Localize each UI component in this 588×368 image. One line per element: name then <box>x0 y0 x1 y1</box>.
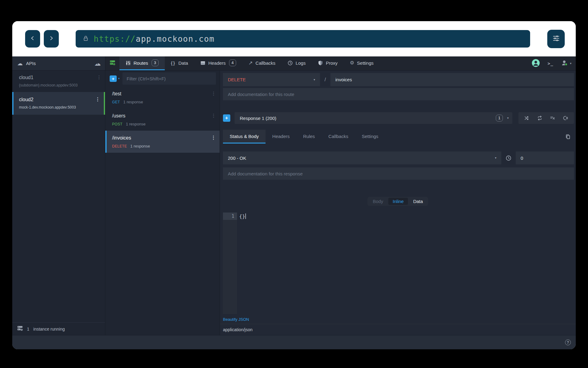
app-body: cloud1 {subdomain}.mockoon.appdev:5003 ⋮… <box>12 71 576 335</box>
tab-logs[interactable]: Logs <box>281 56 312 70</box>
random-response-icon[interactable] <box>524 116 530 121</box>
method-select[interactable]: DELETE ▾ <box>223 73 320 86</box>
response-row: + Response 1 (200) 1 ▾ <box>223 112 574 124</box>
response-select[interactable]: Response 1 (200) 1 ▾ <box>235 112 512 124</box>
kebab-menu-icon[interactable]: ⋮ <box>211 113 216 118</box>
add-route-button[interactable]: + ▾ <box>110 75 120 82</box>
environment-host: {subdomain}.mockoon.appdev:5003 <box>19 83 96 87</box>
chevron-down-icon: ▾ <box>495 156 496 159</box>
tab-data[interactable]: {} Data <box>165 56 194 70</box>
route-item-users[interactable]: /users POST 1 response ⋮ <box>105 109 220 131</box>
browser-settings-button[interactable] <box>547 30 565 48</box>
shield-icon <box>318 60 323 66</box>
tab-rules[interactable]: Rules <box>296 130 322 144</box>
kebab-menu-icon[interactable]: ⋮ <box>97 75 101 79</box>
route-responses: 1 response <box>126 122 145 126</box>
back-button[interactable] <box>25 30 40 48</box>
disable-rules-icon[interactable] <box>550 116 555 121</box>
line-number: 1 <box>223 213 237 220</box>
content-type-value: application/json <box>223 327 253 332</box>
tab-label: Status & Body <box>230 134 259 139</box>
route-documentation-input[interactable] <box>223 88 574 100</box>
routes-sliders-icon <box>126 60 131 66</box>
environment-item-cloud2[interactable]: cloud2 mock-1.dev.mockoon.appdev:5003 ⋮ <box>12 92 105 115</box>
beautify-json-link[interactable]: Beautify JSON <box>223 317 249 322</box>
method-row: DELETE ▾ / <box>223 73 574 86</box>
body-mode-body[interactable]: Body <box>368 198 387 205</box>
user-avatar[interactable] <box>532 59 540 68</box>
fallback-mode-icon[interactable] <box>563 116 568 121</box>
toolbar-right: >_ ▾ <box>532 56 571 70</box>
tab-label: Routes <box>134 60 148 66</box>
route-path-input[interactable] <box>330 73 574 86</box>
chevron-down-icon: ▾ <box>314 78 315 81</box>
response-documentation-input[interactable] <box>223 167 574 180</box>
route-item-test[interactable]: /test GET 1 response ⋮ <box>105 86 220 109</box>
tab-label: Headers <box>208 60 226 66</box>
route-method: GET <box>112 100 120 104</box>
tab-proxy[interactable]: Proxy <box>312 56 344 70</box>
instances-button[interactable] <box>105 56 119 70</box>
editor-code-area[interactable]: {} <box>237 213 574 314</box>
app-header: ☁ APIs ☁ + <box>12 56 576 71</box>
help-icon[interactable]: ? <box>565 339 571 345</box>
add-response-button[interactable]: + <box>223 114 230 122</box>
kebab-menu-icon[interactable]: ⋮ <box>95 97 100 102</box>
tab-label: Settings <box>357 60 374 66</box>
chevron-down-icon: ▾ <box>570 62 571 65</box>
sequential-response-icon[interactable] <box>537 116 542 121</box>
kebab-menu-icon[interactable]: ⋮ <box>211 91 216 96</box>
tab-response-settings[interactable]: Settings <box>355 130 385 144</box>
body-mode-data[interactable]: Data <box>409 198 427 205</box>
main-toolbar: Routes 3 {} Data Headers <box>105 56 576 70</box>
copy-icon[interactable] <box>565 130 574 144</box>
latency-input[interactable] <box>516 151 574 164</box>
address-bar[interactable]: https://app.mockoon.com <box>76 30 530 48</box>
environment-item-cloud1[interactable]: cloud1 {subdomain}.mockoon.appdev:5003 ⋮ <box>12 71 105 92</box>
terminal-icon[interactable]: >_ <box>548 61 553 66</box>
gear-icon: ⚙ <box>350 60 354 65</box>
instances-icon <box>17 326 23 332</box>
environment-name: cloud1 <box>19 75 96 80</box>
routes-count-badge: 3 <box>152 59 159 66</box>
route-method: DELETE <box>112 144 127 148</box>
editor-gutter: 1 <box>223 213 237 314</box>
route-responses: 1 response <box>130 144 150 148</box>
sidebar-spacer <box>12 115 105 322</box>
tab-label: Callbacks <box>328 134 348 139</box>
tab-routes[interactable]: Routes 3 <box>119 56 165 70</box>
response-mode-buttons <box>518 112 574 124</box>
tab-callbacks[interactable]: ↗ Callbacks <box>242 56 281 70</box>
body-editor[interactable]: 1 {} <box>223 213 574 314</box>
account-menu-button[interactable]: ▾ <box>561 59 571 67</box>
forward-button[interactable] <box>44 30 59 48</box>
routes-filter-input[interactable] <box>123 72 216 85</box>
plus-icon[interactable]: + <box>110 75 117 82</box>
headers-count-badge: 4 <box>229 59 236 66</box>
route-path: /invoices <box>112 135 210 141</box>
response-tabs: Status & Body Headers Rules Callbacks Se… <box>223 130 574 144</box>
add-cloud-environment-button[interactable]: ☁ + <box>94 60 101 67</box>
content-type-bar: application/json <box>220 324 576 335</box>
account-icon <box>561 59 568 67</box>
tab-settings[interactable]: ⚙ Settings <box>344 56 380 70</box>
tab-status-body[interactable]: Status & Body <box>223 130 266 144</box>
route-item-invoices[interactable]: /invoices DELETE 1 response ⋮ <box>105 131 220 153</box>
apis-header: ☁ APIs ☁ + <box>12 56 105 70</box>
kebab-menu-icon[interactable]: ⋮ <box>211 135 216 140</box>
plus-icon: + <box>96 62 98 66</box>
lock-icon <box>82 35 89 43</box>
chevron-right-icon <box>49 36 54 42</box>
tab-response-headers[interactable]: Headers <box>266 130 296 144</box>
tab-response-callbacks[interactable]: Callbacks <box>322 130 355 144</box>
status-value: 200 - OK <box>228 155 246 161</box>
apis-title: APIs <box>26 61 36 66</box>
browser-toolbar: https://app.mockoon.com <box>12 21 576 56</box>
chevron-down-icon: ▾ <box>118 77 120 80</box>
status-code-select[interactable]: 200 - OK ▾ <box>223 151 501 164</box>
status-row: 200 - OK ▾ <box>223 151 574 164</box>
body-mode-inline[interactable]: Inline <box>388 198 408 205</box>
tab-headers[interactable]: Headers 4 <box>194 56 242 70</box>
browser-window: https://app.mockoon.com ☁ APIs ☁ + <box>12 21 576 349</box>
response-count-badge: 1 <box>496 115 503 121</box>
